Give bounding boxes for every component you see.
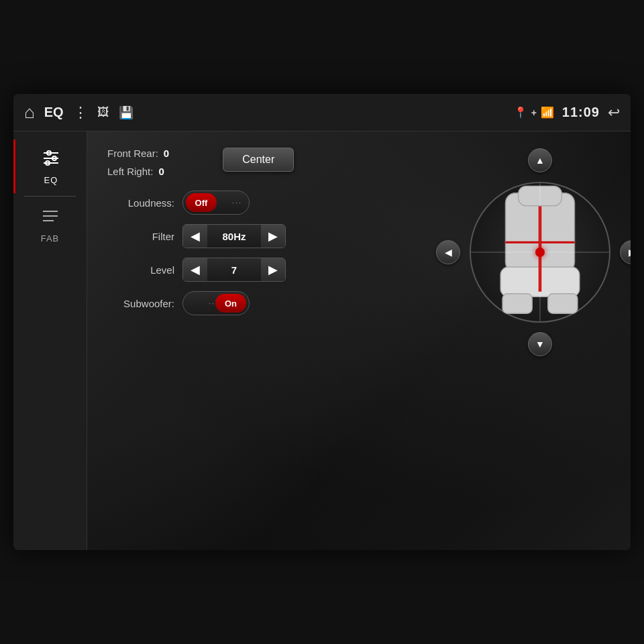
filter-increment-button[interactable]: ▶	[261, 224, 285, 248]
eq-icon	[41, 148, 61, 172]
filter-row: Filter ◀ 80Hz ▶	[107, 224, 610, 248]
top-bar-left: ⌂ EQ ⋮ 🖼 💾	[24, 102, 133, 123]
bluetooth-icon: +	[531, 107, 537, 118]
front-rear-row: Front Rear: 0	[107, 148, 169, 159]
arrow-down-button[interactable]: ▼	[528, 332, 552, 356]
content-panel: Front Rear: 0 Left Right: 0 Center ▲	[87, 131, 631, 550]
eq-label: EQ	[44, 175, 58, 185]
arrow-up-button[interactable]: ▲	[528, 148, 552, 172]
fab-icon	[40, 207, 60, 231]
level-stepper: ◀ 7 ▶	[182, 258, 286, 282]
balance-labels: Front Rear: 0 Left Right: 0	[107, 145, 169, 177]
main-content: EQ FAB Front Rear:	[13, 131, 631, 550]
arrow-left-button[interactable]: ◀	[436, 240, 460, 264]
subwoofer-knob: On	[215, 294, 246, 313]
time-display: 11:09	[562, 105, 600, 120]
status-icons: 📍 + 📶	[514, 106, 554, 119]
subwoofer-toggle[interactable]: ··· On	[182, 291, 250, 315]
sidebar-divider	[24, 196, 75, 197]
back-icon[interactable]: ↩	[608, 104, 620, 121]
home-icon[interactable]: ⌂	[24, 102, 35, 123]
center-dot	[535, 248, 545, 257]
subwoofer-row: Subwoofer: ··· On	[107, 291, 610, 315]
arrow-left-icon: ◀	[445, 247, 452, 258]
level-label: Level	[107, 264, 174, 276]
filter-stepper: ◀ 80Hz ▶	[182, 224, 286, 248]
arrow-up-icon: ▲	[535, 155, 545, 166]
level-decrement-button[interactable]: ◀	[183, 258, 207, 282]
loudness-row: Loudness: Off ···	[107, 191, 610, 215]
menu-icon[interactable]: ⋮	[73, 104, 88, 121]
sidebar-item-fab[interactable]: FAB	[13, 199, 87, 252]
top-bar-right: 📍 + 📶 11:09 ↩	[514, 104, 620, 121]
level-value: 7	[207, 264, 261, 276]
left-right-value: 0	[158, 166, 164, 177]
arrow-down-icon: ▼	[535, 339, 545, 350]
left-right-label: Left Right:	[107, 166, 153, 177]
eq-title: EQ	[44, 105, 64, 120]
filter-decrement-button[interactable]: ◀	[183, 224, 207, 248]
gallery-icon[interactable]: 🖼	[97, 105, 109, 119]
sd-icon[interactable]: 💾	[119, 105, 133, 120]
arrow-right-icon: ▶	[629, 247, 631, 258]
center-button[interactable]: Center	[223, 148, 294, 172]
sidebar-item-eq[interactable]: EQ	[13, 140, 87, 193]
loudness-label: Loudness:	[107, 197, 174, 209]
arrow-right-button[interactable]: ▶	[620, 240, 631, 264]
fab-label: FAB	[41, 233, 60, 244]
loudness-dots: ···	[232, 199, 242, 207]
sidebar: EQ FAB	[13, 131, 87, 550]
wifi-icon: 📶	[541, 106, 554, 119]
subwoofer-label: Subwoofer:	[107, 298, 174, 309]
top-bar: ⌂ EQ ⋮ 🖼 💾 📍 + 📶 11:09 ↩	[13, 94, 631, 131]
front-rear-value: 0	[164, 148, 169, 159]
front-rear-label: Front Rear:	[107, 148, 158, 159]
filter-label: Filter	[107, 231, 174, 242]
level-increment-button[interactable]: ▶	[261, 258, 285, 282]
loudness-toggle[interactable]: Off ···	[182, 191, 250, 215]
screen-wrapper: ⌂ EQ ⋮ 🖼 💾 📍 + 📶 11:09 ↩	[13, 94, 631, 550]
left-right-row: Left Right: 0	[107, 166, 169, 177]
level-row: Level ◀ 7 ▶	[107, 258, 610, 282]
gps-icon: 📍	[514, 106, 527, 119]
loudness-knob: Off	[186, 193, 217, 212]
filter-value: 80Hz	[207, 231, 261, 242]
